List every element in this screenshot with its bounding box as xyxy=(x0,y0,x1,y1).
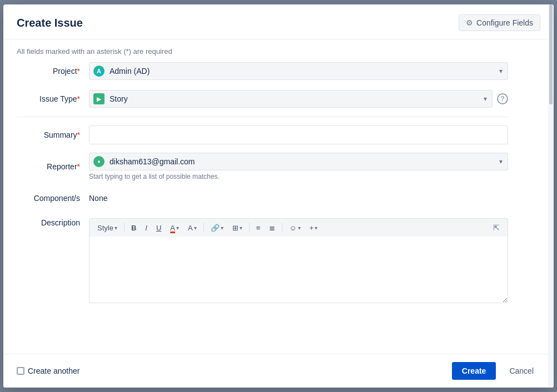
description-toolbar: Style ▾ B I U xyxy=(89,218,508,237)
toolbar-sep-3 xyxy=(249,223,250,233)
reporter-required-star: * xyxy=(77,162,80,171)
issue-type-row: Issue Type* ▶ Story ▾ ? xyxy=(17,89,508,109)
issue-type-select-wrapper: ▶ Story ▾ xyxy=(89,90,493,108)
toolbar-table-chevron: ▾ xyxy=(240,225,242,231)
toolbar-emoji-button[interactable]: ☺ ▾ xyxy=(286,222,304,234)
scrollbar[interactable] xyxy=(548,4,554,388)
components-field: None xyxy=(89,194,508,203)
configure-fields-label: Configure Fields xyxy=(476,18,533,27)
toolbar-link-chevron: ▾ xyxy=(221,225,223,231)
cancel-button[interactable]: Cancel xyxy=(503,362,540,380)
required-note: All fields marked with an asterisk (*) a… xyxy=(3,39,521,61)
configure-fields-button[interactable]: ⚙ Configure Fields xyxy=(459,14,540,31)
toolbar-table-button[interactable]: ⊞ ▾ xyxy=(229,222,246,234)
toolbar-text-size-label: A xyxy=(188,224,193,232)
toolbar-bold-button[interactable]: B xyxy=(128,222,140,234)
gear-icon: ⚙ xyxy=(466,18,473,27)
create-another-wrapper: Create another xyxy=(17,366,79,375)
create-button[interactable]: Create xyxy=(452,362,496,380)
modal-header: Create Issue ⚙ Configure Fields xyxy=(3,4,554,39)
reporter-row: Reporter* ● diksham613@gmail.com ▾ Start… xyxy=(17,153,508,180)
project-label: Project* xyxy=(17,67,89,76)
toolbar-link-label: 🔗 xyxy=(211,224,220,232)
toolbar-emoji-label: ☺ xyxy=(289,224,296,232)
toolbar-bullet-label: ≡ xyxy=(256,224,261,232)
toolbar-bold-label: B xyxy=(131,224,136,232)
toolbar-table-label: ⊞ xyxy=(232,224,238,232)
toolbar-sep-4 xyxy=(282,223,282,233)
toolbar-style-button[interactable]: Style ▾ xyxy=(94,222,121,234)
project-field: A Admin (AD) ▾ xyxy=(89,62,508,80)
project-select-wrapper: A Admin (AD) ▾ xyxy=(89,62,508,80)
reporter-label: Reporter* xyxy=(17,162,89,171)
toolbar-underline-label: U xyxy=(156,224,161,232)
toolbar-text-color-button[interactable]: A ▾ xyxy=(167,222,182,234)
modal-body: All fields marked with an asterisk (*) a… xyxy=(3,39,548,354)
toolbar-expand-icon[interactable]: ⇱ xyxy=(490,221,503,234)
description-field: Style ▾ B I U xyxy=(89,218,508,305)
summary-input[interactable] xyxy=(89,125,508,144)
toolbar-text-size-chevron: ▾ xyxy=(194,225,197,231)
toolbar-italic-button[interactable]: I xyxy=(142,222,151,234)
issue-type-help-icon[interactable]: ? xyxy=(497,93,508,104)
summary-row: Summary* xyxy=(17,125,508,145)
create-another-label[interactable]: Create another xyxy=(28,366,79,375)
issue-type-select[interactable]: Story xyxy=(89,90,493,108)
toolbar-numbered-label: ≣ xyxy=(269,224,275,232)
toolbar-sep-2 xyxy=(203,223,204,233)
toolbar-numbered-button[interactable]: ≣ xyxy=(266,222,278,234)
components-value: None xyxy=(89,193,107,204)
toolbar-text-color-chevron: ▾ xyxy=(176,225,179,231)
description-textarea[interactable] xyxy=(89,237,508,303)
toolbar-text-color-label: A xyxy=(170,224,175,232)
form-content: Project* A Admin (AD) ▾ xyxy=(3,61,521,305)
components-label: Component/s xyxy=(17,194,89,203)
issue-type-field: ▶ Story ▾ ? xyxy=(89,90,508,108)
form-divider xyxy=(17,117,508,117)
summary-required-star: * xyxy=(77,130,80,139)
toolbar-more-chevron: ▾ xyxy=(315,225,317,231)
reporter-select[interactable]: diksham613@gmail.com xyxy=(89,153,508,170)
toolbar-link-button[interactable]: 🔗 ▾ xyxy=(207,222,227,234)
create-another-checkbox[interactable] xyxy=(17,367,24,375)
toolbar-sep-1 xyxy=(124,223,125,233)
summary-field xyxy=(89,125,508,144)
modal-footer: Create another Create Cancel xyxy=(3,354,554,388)
toolbar-more-label: + xyxy=(310,224,314,232)
toolbar-text-size-button[interactable]: A ▾ xyxy=(185,222,200,234)
toolbar-emoji-chevron: ▾ xyxy=(298,225,301,231)
project-required-star: * xyxy=(77,67,80,76)
description-row: Description Style ▾ B xyxy=(17,216,508,305)
toolbar-more-button[interactable]: + ▾ xyxy=(306,222,321,234)
issue-type-row-inner: ▶ Story ▾ ? xyxy=(89,90,508,108)
reporter-hint: Start typing to get a list of possible m… xyxy=(89,173,508,180)
issue-type-label: Issue Type* xyxy=(17,94,89,103)
project-row: Project* A Admin (AD) ▾ xyxy=(17,61,508,81)
toolbar-underline-button[interactable]: U xyxy=(153,222,165,234)
toolbar-style-chevron: ▾ xyxy=(115,225,117,231)
toolbar-bullet-button[interactable]: ≡ xyxy=(253,222,264,234)
scrollbar-thumb xyxy=(549,4,553,104)
reporter-select-wrapper: ● diksham613@gmail.com ▾ xyxy=(89,153,508,170)
summary-label: Summary* xyxy=(17,130,89,139)
toolbar-italic-label: I xyxy=(145,224,147,232)
toolbar-style-label: Style xyxy=(97,224,113,232)
reporter-field: ● diksham613@gmail.com ▾ Start typing to… xyxy=(89,153,508,180)
project-select[interactable]: Admin (AD) xyxy=(89,62,508,80)
description-label: Description xyxy=(17,218,89,227)
components-row: Component/s None xyxy=(17,188,508,208)
issue-type-required-star: * xyxy=(77,94,80,103)
create-issue-modal: Create Issue ⚙ Configure Fields All fiel… xyxy=(3,4,554,388)
modal-title: Create Issue xyxy=(17,17,83,29)
